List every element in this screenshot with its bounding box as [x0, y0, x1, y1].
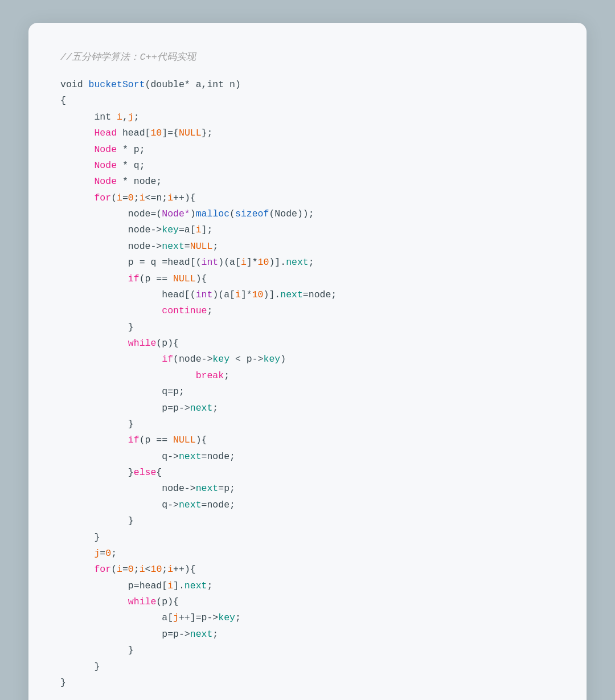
code-card: //五分钟学算法：C++代码实现 void bucketSort(double*…: [28, 23, 587, 700]
code-block: void bucketSort(double* a,int n) { int i…: [60, 77, 555, 691]
comment-line: //五分钟学算法：C++代码实现: [60, 50, 555, 63]
